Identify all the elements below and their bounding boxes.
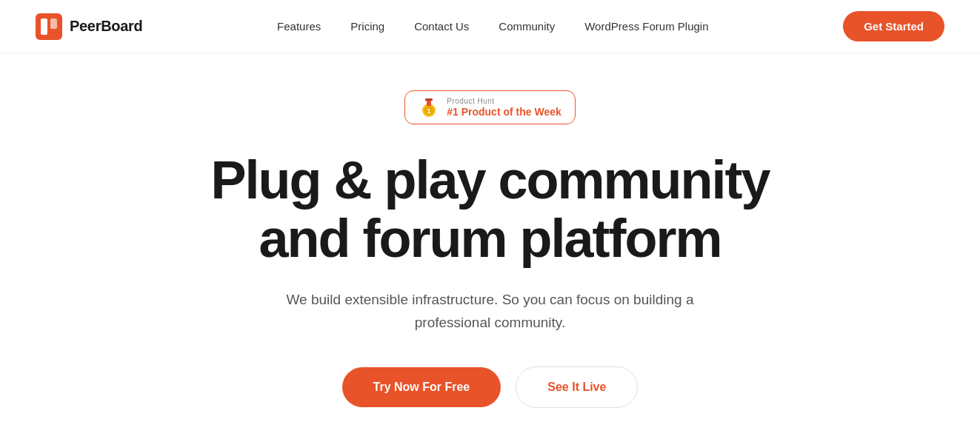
nav-link-community[interactable]: Community	[499, 20, 555, 33]
cta-buttons: Try Now For Free See It Live	[342, 366, 639, 408]
medal-icon: 1	[419, 97, 439, 118]
svg-rect-7	[425, 98, 433, 101]
hero-subtitle: We build extensible infrastructure. So y…	[268, 289, 713, 334]
get-started-button[interactable]: Get Started	[843, 11, 944, 41]
ph-label: Product Hunt	[447, 97, 494, 105]
svg-rect-0	[36, 13, 62, 40]
hero-section: 1 Product Hunt #1 Product of the Week Pl…	[0, 53, 980, 442]
svg-rect-1	[41, 19, 47, 35]
nav-link-features[interactable]: Features	[277, 20, 321, 33]
nav-link-pricing[interactable]: Pricing	[350, 20, 384, 33]
product-hunt-badge: 1 Product Hunt #1 Product of the Week	[404, 90, 576, 124]
hero-title-line2: and forum platform	[259, 209, 721, 268]
brand-name: PeerBoard	[70, 18, 142, 35]
hero-title-line1: Plug & play community	[210, 150, 769, 210]
try-now-button[interactable]: Try Now For Free	[342, 367, 501, 407]
svg-text:1: 1	[427, 107, 431, 115]
logo-icon	[36, 13, 62, 40]
nav-link-contact[interactable]: Contact Us	[414, 20, 469, 33]
navbar: PeerBoard Features Pricing Contact Us Co…	[0, 0, 980, 53]
see-it-live-button[interactable]: See It Live	[516, 366, 638, 408]
product-hunt-text: Product Hunt #1 Product of the Week	[447, 97, 561, 118]
nav-links: Features Pricing Contact Us Community Wo…	[277, 20, 708, 33]
svg-rect-2	[50, 19, 57, 29]
ph-tagline: #1 Product of the Week	[447, 106, 561, 118]
nav-link-wp-plugin[interactable]: WordPress Forum Plugin	[584, 20, 708, 33]
logo-area: PeerBoard	[36, 13, 142, 40]
hero-title: Plug & play community and forum platform	[210, 151, 769, 268]
